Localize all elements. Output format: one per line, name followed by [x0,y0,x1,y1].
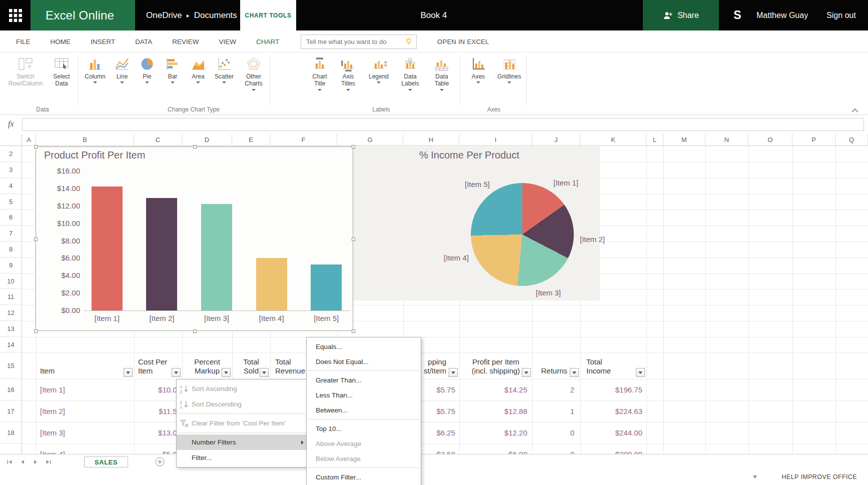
cell-C18[interactable]: $13.00 [134,422,182,444]
cell-C16[interactable]: $10.00 [134,379,182,400]
ribbon-button-legend[interactable]: Legend [365,55,393,84]
ribbon-tab-file[interactable]: FILE [16,38,31,46]
menu-item-custom-filter[interactable]: Custom Filter... [307,470,421,484]
open-in-excel-button[interactable]: OPEN IN EXCEL [437,30,489,52]
dropdown-caret-icon [222,82,226,84]
sign-out-link[interactable]: Sign out [826,0,856,30]
filter-button-E[interactable] [260,368,269,377]
chart-tools-contextual-tab[interactable]: CHART TOOLS [240,0,296,30]
ribbon-button-area[interactable]: Area [187,55,210,84]
fx-icon[interactable]: fx [8,120,14,128]
menu-item-between[interactable]: Between... [307,402,421,418]
ribbon-button-bar[interactable]: Bar [162,55,184,84]
cell-J19[interactable]: 0 [532,444,580,454]
filter-button-K[interactable] [636,368,645,377]
cell-K18[interactable]: $244.00 [580,422,646,444]
cell-J16[interactable]: 2 [532,379,580,400]
ribbon-tab-home[interactable]: HOME [51,38,71,46]
ribbon-button-other-charts[interactable]: OtherCharts [240,55,267,91]
cell-C19[interactable]: $5.00 [134,444,182,454]
ribbon-button-axes[interactable]: Axes [467,55,490,84]
feedback-dropdown-arrow[interactable] [753,476,757,478]
ribbon-tab-chart[interactable]: CHART [256,38,279,46]
menu-item-equals[interactable]: Equals... [307,339,421,354]
menu-item-number-filters[interactable]: Number Filters [177,434,310,450]
svg-text:A: A [180,384,183,390]
ribbon-tab-view[interactable]: VIEW [219,38,237,46]
menu-item-greater-than[interactable]: Greater Than... [307,372,421,388]
ribbon-label-line: Column [82,73,109,80]
dropdown-caret-icon [252,89,256,91]
cell-I18[interactable]: $12.20 [459,422,532,444]
cell-K16[interactable]: $196.75 [580,379,646,400]
dropdown-caret-icon [408,89,412,91]
cell-K17[interactable]: $224.63 [580,400,646,422]
breadcrumb-onedrive[interactable]: OneDrive [146,10,182,20]
excel-online-logo[interactable]: Excel Online [31,0,135,30]
ribbon-label-line: Select [47,73,76,80]
header-cell-B[interactable]: Item [36,352,134,379]
ribbon-button-line[interactable]: Line [111,55,133,84]
sheet-tab-sales[interactable]: SALES [84,456,128,468]
add-sheet-button[interactable] [155,457,165,466]
filter-button-J[interactable] [570,368,579,377]
last-sheet-button[interactable] [45,458,52,466]
ribbon-button-column[interactable]: Column [82,55,109,84]
ribbon-button-axis-titles[interactable]: AxisTitles [336,55,361,91]
ribbon-button-select-data[interactable]: SelectData [47,55,76,88]
formula-input[interactable] [22,118,864,131]
cell-B18[interactable]: [Item 3] [36,422,134,444]
document-title[interactable]: Book 4 [395,0,472,30]
cell-text: $12.88 [459,400,532,422]
cell-text: $300.00 [580,444,646,454]
ribbon-button-label: SwitchRow/Column [6,73,45,88]
ribbon-group-divider [78,56,78,106]
cell-I17[interactable]: $12.88 [459,400,532,422]
ribbon-button-pie[interactable]: Pie [137,55,158,84]
ribbon-tab-review[interactable]: REVIEW [172,38,199,46]
skype-icon: S [733,8,741,22]
collapse-ribbon-button[interactable] [851,106,858,114]
cell-B16[interactable]: [Item 1] [36,379,134,400]
cell-I16[interactable]: $14.25 [459,379,532,400]
ribbon-button-label: Bar [162,73,184,80]
next-sheet-button[interactable] [32,458,39,466]
filter-button-H[interactable] [449,368,458,377]
cell-B17[interactable]: [Item 2] [36,400,134,422]
menu-item-less-than[interactable]: Less Than... [307,388,421,402]
filter-button-D[interactable] [222,368,231,377]
filter-button-C[interactable] [172,368,181,377]
cell-K19[interactable]: $300.00 [580,444,646,454]
previous-sheet-button[interactable] [19,458,26,466]
menu-item-does-not-equal[interactable]: Does Not Equal... [307,354,421,369]
help-improve-office-link[interactable]: HELP IMPROVE OFFICE [782,469,857,485]
ribbon-tab-data[interactable]: DATA [135,38,152,46]
ribbon-button-gridlines[interactable]: Gridlines [493,55,525,84]
cell-B19[interactable]: [Item 4] [36,444,134,454]
ribbon-button-label: SelectData [47,73,76,88]
menu-item-top-10[interactable]: Top 10... [307,421,421,436]
ribbon-button-data-labels[interactable]: DataLabels [398,55,423,91]
ribbon-button-label: ChartTitle [308,73,332,88]
app-launcher-button[interactable] [0,0,31,30]
ribbon-tab-insert[interactable]: INSERT [91,38,115,46]
filter-button-I[interactable] [522,368,531,377]
cell-J17[interactable]: 1 [532,400,580,422]
user-name[interactable]: Matthew Guay [756,0,808,30]
filter-button-B[interactable] [124,368,133,377]
first-sheet-button[interactable] [6,458,13,466]
share-button[interactable]: Share [643,0,719,30]
cell-C17[interactable]: $11.50 [134,400,182,422]
cell-I19[interactable]: $6.00 [459,444,532,454]
cell-J18[interactable]: 0 [532,422,580,444]
ribbon-button-chart-title[interactable]: ChartTitle [308,55,332,91]
ribbon-button-data-table[interactable]: DataTable [430,55,454,91]
ribbon: SwitchRow/ColumnSelectDataDataColumnLine… [0,52,868,115]
menu-item-filter[interactable]: Filter... [177,450,310,466]
skype-button[interactable]: S [726,0,748,30]
area-chart-icon [187,55,210,73]
tell-me-input[interactable] [301,34,417,49]
ribbon-button-scatter[interactable]: Scatter [210,55,238,84]
breadcrumb-documents[interactable]: Documents [194,10,237,20]
axis-titles-icon [336,55,361,73]
